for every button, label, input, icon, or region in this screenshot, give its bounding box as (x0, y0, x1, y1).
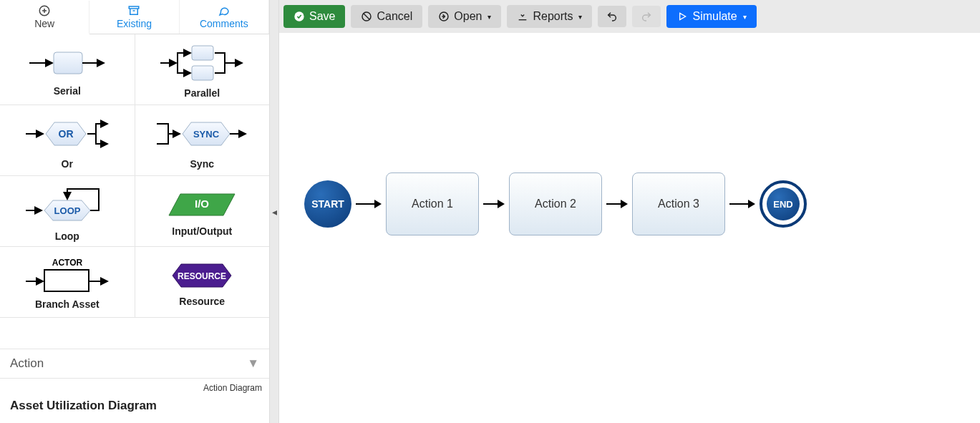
palette-loop[interactable]: LOOP Loop (0, 176, 135, 246)
action-node-1[interactable]: Action 1 (386, 172, 479, 235)
action-dropdown[interactable]: Action ▼ (0, 349, 269, 379)
archive-icon (127, 4, 140, 17)
arrow-icon (606, 200, 628, 208)
palette-io-label: Input/Output (172, 225, 232, 237)
svg-line-28 (364, 14, 369, 19)
action-node-2-label: Action 2 (535, 198, 576, 210)
caret-down-icon: ▾ (487, 13, 491, 21)
arrow-circle-right-icon (438, 11, 450, 22)
download-icon (517, 11, 528, 22)
tab-comments-label: Comments (200, 18, 248, 29)
end-node-label: END (773, 199, 792, 210)
palette: Serial Parallel (0, 34, 269, 349)
tab-existing[interactable]: Existing (89, 0, 179, 34)
check-circle-icon (293, 11, 305, 22)
redo-button[interactable] (632, 6, 661, 27)
arrow-icon (483, 200, 505, 208)
reports-button-label: Reports (533, 10, 573, 23)
serial-icon (28, 45, 107, 81)
reports-button[interactable]: Reports ▾ (507, 5, 592, 28)
undo-icon (606, 11, 618, 22)
palette-io[interactable]: I/O Input/Output (135, 176, 270, 246)
palette-resource[interactable]: RESOURCE Resource (135, 247, 270, 317)
action-node-3[interactable]: Action 3 (632, 172, 725, 235)
open-button-label: Open (454, 10, 482, 23)
tab-existing-label: Existing (117, 18, 152, 29)
collapse-handle[interactable]: ◂ (269, 0, 279, 423)
cancel-button[interactable]: Cancel (351, 5, 422, 28)
plus-circle-icon (38, 4, 51, 17)
svg-text:I/O: I/O (195, 198, 209, 210)
palette-branch-label: Branch Asset (35, 298, 100, 310)
palette-serial[interactable]: Serial (0, 34, 135, 104)
tab-new-label: New (34, 18, 54, 29)
tab-new[interactable]: New (0, 1, 89, 34)
end-node[interactable]: END (760, 180, 807, 228)
simulate-button[interactable]: Simulate ▾ (666, 5, 756, 28)
svg-text:SYNC: SYNC (193, 129, 220, 140)
save-button[interactable]: Save (283, 5, 345, 28)
section-overline: Action Diagram (0, 379, 269, 394)
action-node-1-label: Action 1 (412, 198, 453, 210)
palette-or-label: Or (62, 158, 73, 170)
undo-button[interactable] (598, 6, 626, 27)
toolbar: Save Cancel Open ▾ Reports ▾ Simulate ▾ (279, 0, 980, 33)
palette-parallel[interactable]: Parallel (135, 34, 270, 104)
palette-sync[interactable]: SYNC Sync (135, 105, 270, 175)
svg-rect-6 (192, 66, 213, 80)
palette-sync-label: Sync (190, 158, 214, 170)
palette-or[interactable]: OR Or (0, 105, 135, 175)
palette-loop-label: Loop (55, 230, 79, 242)
action-dropdown-label: Action (10, 356, 44, 371)
palette-parallel-label: Parallel (184, 87, 220, 99)
play-icon (676, 11, 688, 22)
palette-resource-label: Resource (179, 296, 225, 307)
workflow: START Action 1 Action 2 Action 3 END (304, 172, 807, 235)
caret-down-icon: ▼ (247, 356, 259, 371)
svg-rect-2 (54, 52, 82, 74)
start-node[interactable]: START (304, 180, 351, 228)
svg-rect-5 (192, 46, 213, 60)
save-button-label: Save (309, 10, 335, 23)
svg-marker-30 (680, 13, 686, 19)
sync-icon: SYNC (155, 114, 248, 154)
cancel-button-label: Cancel (377, 10, 412, 23)
svg-text:LOOP: LOOP (54, 205, 80, 216)
simulate-button-label: Simulate (692, 10, 737, 23)
open-button[interactable]: Open ▾ (428, 5, 501, 28)
svg-text:ACTOR: ACTOR (52, 258, 83, 268)
caret-down-icon: ▾ (743, 13, 747, 21)
arrow-icon (356, 200, 382, 208)
or-icon: OR (24, 114, 110, 154)
chevron-left-icon: ◂ (272, 206, 277, 218)
redo-icon (641, 11, 652, 22)
svg-text:OR: OR (58, 128, 73, 140)
panel-tabs: New Existing Comments (0, 0, 269, 34)
loop-icon: LOOP (24, 183, 110, 226)
start-node-label: START (311, 198, 344, 210)
branch-asset-icon: ACTOR (24, 257, 110, 294)
action-node-2[interactable]: Action 2 (509, 172, 602, 235)
diagram-title: Asset Utilization Diagram (0, 394, 269, 423)
resource-icon: RESOURCE (162, 260, 241, 291)
palette-branch-asset[interactable]: ACTOR Branch Asset (0, 247, 135, 317)
io-icon: I/O (166, 188, 238, 221)
palette-serial-label: Serial (54, 85, 81, 97)
tab-comments[interactable]: Comments (180, 0, 269, 34)
ban-icon (361, 11, 372, 22)
action-node-3-label: Action 3 (658, 198, 699, 210)
parallel-icon (159, 43, 245, 83)
diagram-canvas[interactable]: START Action 1 Action 2 Action 3 END (279, 33, 980, 423)
svg-rect-22 (44, 270, 89, 291)
svg-text:RESOURCE: RESOURCE (178, 271, 226, 281)
comments-icon (218, 4, 231, 17)
caret-down-icon: ▾ (578, 13, 582, 21)
left-panel: New Existing Comments Serial (0, 0, 269, 423)
arrow-icon (729, 200, 755, 208)
